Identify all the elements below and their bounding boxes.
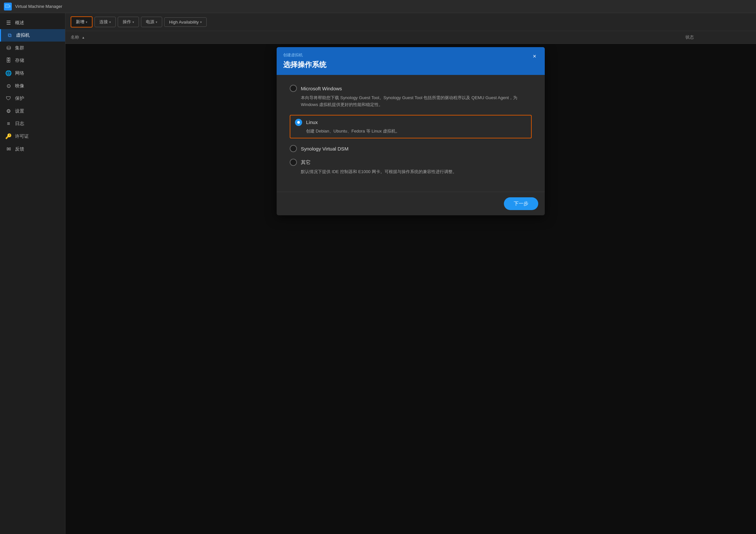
sidebar-item-license[interactable]: 🔑 许可证	[0, 130, 65, 143]
titlebar: Virtual Machine Manager	[0, 0, 756, 13]
sidebar-icon-license: 🔑	[5, 133, 12, 139]
main-content: 新增▾连接▾操作▾电源▾High Availability▾ 名称 ▲ 状态 创…	[66, 13, 756, 534]
sort-icon: ▲	[82, 36, 85, 39]
toolbar-btn-power[interactable]: 电源▾	[141, 17, 162, 27]
svg-rect-2	[10, 5, 11, 8]
os-option-vdsm-header: Synology Virtual DSM	[290, 145, 532, 152]
sidebar-icon-feedback: ✉	[5, 146, 12, 152]
sidebar: ☰ 概述 ⧉ 虚拟机 ⛁ 集群 🗄 存储 🌐 网络 ⊙ 映像 🛡 保护 ⚙ 设置…	[0, 13, 66, 534]
modal-body: Microsoft Windows 本向导将帮助您下载 Synology Gue…	[277, 75, 545, 192]
os-option-vdsm: Synology Virtual DSM	[290, 145, 532, 152]
toolbar-btn-label-power: 电源	[146, 19, 154, 25]
create-vm-modal: 创建虚拟机 选择操作系统 × Microsoft Windows	[277, 47, 545, 215]
table-header: 名称 ▲ 状态	[66, 31, 756, 44]
sidebar-label-overview: 概述	[15, 20, 24, 26]
sidebar-item-image[interactable]: ⊙ 映像	[0, 79, 65, 92]
modal-close-button[interactable]: ×	[531, 52, 538, 61]
col-status: 状态	[685, 34, 751, 40]
modal-subtitle: 创建虚拟机	[283, 52, 326, 58]
toolbar-btn-label-ha: High Availability	[169, 20, 199, 24]
col-status-label: 状态	[685, 35, 694, 40]
sidebar-icon-log: ≡	[5, 121, 12, 126]
modal-header-left: 创建虚拟机 选择操作系统	[283, 52, 326, 70]
sidebar-label-network: 网络	[15, 70, 24, 76]
os-vdsm-label: Synology Virtual DSM	[301, 146, 349, 152]
sidebar-label-storage: 存储	[15, 58, 24, 64]
toolbar-btn-arrow-ha: ▾	[200, 20, 202, 24]
sidebar-label-settings: 设置	[15, 108, 24, 114]
app-icon	[4, 3, 12, 11]
sidebar-item-log[interactable]: ≡ 日志	[0, 118, 65, 130]
radio-linux[interactable]	[295, 119, 302, 126]
toolbar-btn-arrow-add: ▾	[86, 20, 87, 24]
modal-header: 创建虚拟机 选择操作系统 ×	[277, 47, 545, 75]
os-option-other-header: 其它	[290, 159, 532, 166]
os-windows-label: Microsoft Windows	[301, 86, 342, 91]
sidebar-icon-storage: 🗄	[5, 58, 12, 64]
os-windows-desc: 本向导将帮助您下载 Synology Guest Tool。Synology G…	[301, 95, 532, 108]
svg-rect-1	[6, 5, 9, 7]
sidebar-item-vm[interactable]: ⧉ 虚拟机	[0, 29, 65, 42]
toolbar-btn-connect[interactable]: 连接▾	[94, 17, 116, 27]
sidebar-label-image: 映像	[15, 83, 24, 89]
os-option-linux-header: Linux	[295, 119, 526, 126]
app-layout: ☰ 概述 ⧉ 虚拟机 ⛁ 集群 🗄 存储 🌐 网络 ⊙ 映像 🛡 保护 ⚙ 设置…	[0, 13, 756, 534]
app-title: Virtual Machine Manager	[15, 4, 62, 9]
sidebar-item-settings[interactable]: ⚙ 设置	[0, 105, 65, 118]
sidebar-icon-network: 🌐	[5, 70, 12, 76]
toolbar-btn-arrow-connect: ▾	[109, 20, 111, 24]
os-option-other: 其它 默认情况下提供 IDE 控制器和 E1000 网卡。可根据与操作系统的兼容…	[290, 159, 532, 175]
toolbar-btn-arrow-power: ▾	[156, 20, 157, 24]
radio-windows[interactable]	[290, 85, 297, 92]
radio-vdsm[interactable]	[290, 145, 297, 152]
sidebar-label-license: 许可证	[15, 133, 29, 139]
toolbar-btn-label-connect: 连接	[99, 19, 108, 25]
sidebar-label-feedback: 反馈	[15, 146, 24, 152]
sidebar-item-network[interactable]: 🌐 网络	[0, 67, 65, 79]
sidebar-icon-protection: 🛡	[5, 96, 12, 101]
toolbar: 新增▾连接▾操作▾电源▾High Availability▾	[66, 13, 756, 31]
sidebar-item-protection[interactable]: 🛡 保护	[0, 92, 65, 105]
os-option-linux-selected-box: Linux 创建 Debian、Ubuntu、Fedora 等 Linux 虚拟…	[290, 115, 532, 139]
toolbar-btn-label-action: 操作	[122, 19, 131, 25]
sidebar-label-cluster: 集群	[15, 45, 24, 51]
radio-other[interactable]	[290, 159, 297, 166]
os-other-desc: 默认情况下提供 IDE 控制器和 E1000 网卡。可根据与操作系统的兼容性进行…	[301, 169, 532, 175]
sidebar-icon-overview: ☰	[5, 20, 12, 26]
sidebar-item-feedback[interactable]: ✉ 反馈	[0, 143, 65, 155]
sidebar-label-protection: 保护	[15, 96, 24, 101]
toolbar-btn-label-add: 新增	[76, 19, 84, 25]
next-button[interactable]: 下一步	[504, 197, 538, 210]
sidebar-item-storage[interactable]: 🗄 存储	[0, 54, 65, 67]
os-option-windows-header: Microsoft Windows	[290, 85, 532, 92]
toolbar-btn-ha[interactable]: High Availability▾	[164, 17, 207, 27]
col-name: 名称 ▲	[71, 34, 685, 40]
content-area: 创建虚拟机 选择操作系统 × Microsoft Windows	[66, 44, 756, 534]
sidebar-item-overview[interactable]: ☰ 概述	[0, 16, 65, 29]
col-name-label: 名称	[71, 35, 79, 40]
modal-title: 选择操作系统	[283, 60, 326, 70]
sidebar-icon-vm: ⧉	[6, 32, 13, 38]
os-linux-desc: 创建 Debian、Ubuntu、Fedora 等 Linux 虚拟机。	[306, 128, 526, 135]
modal-overlay: 创建虚拟机 选择操作系统 × Microsoft Windows	[66, 44, 756, 534]
sidebar-icon-cluster: ⛁	[5, 45, 12, 51]
sidebar-label-vm: 虚拟机	[16, 32, 30, 38]
sidebar-icon-image: ⊙	[5, 83, 12, 89]
sidebar-label-log: 日志	[15, 121, 24, 126]
sidebar-icon-settings: ⚙	[5, 108, 12, 114]
os-linux-label: Linux	[306, 120, 318, 125]
modal-footer: 下一步	[277, 192, 545, 215]
os-option-windows: Microsoft Windows 本向导将帮助您下载 Synology Gue…	[290, 85, 532, 108]
toolbar-btn-arrow-action: ▾	[132, 20, 134, 24]
sidebar-item-cluster[interactable]: ⛁ 集群	[0, 42, 65, 54]
os-other-label: 其它	[301, 159, 310, 166]
toolbar-btn-add[interactable]: 新增▾	[71, 16, 93, 27]
toolbar-btn-action[interactable]: 操作▾	[118, 17, 139, 27]
